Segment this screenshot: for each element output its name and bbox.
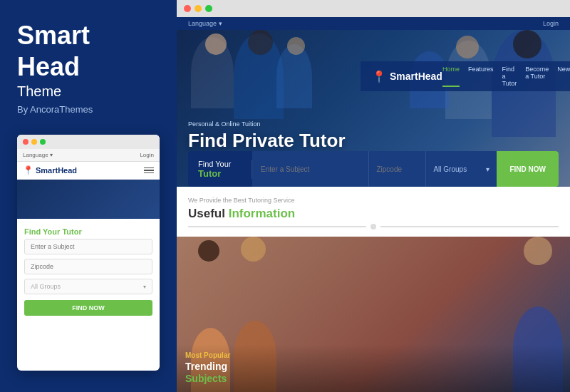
hero-title: Find Private Tutor: [188, 130, 346, 151]
info-information: Information: [229, 207, 296, 220]
hero-section: 📍 SmartHead Home Features Find a Tutor B…: [177, 30, 570, 187]
brand-subtitle: Theme: [17, 83, 160, 100]
divider-line-right: [380, 226, 559, 227]
main-dot-red: [184, 5, 191, 12]
brand-title-line1: Smart: [17, 21, 160, 50]
site-top-bar: Language ▾ Login: [177, 17, 570, 30]
main-browser-bar: [177, 0, 570, 17]
mini-nav: 📍 SmartHead: [17, 162, 160, 180]
mini-login[interactable]: Login: [140, 152, 154, 158]
card-trending-overlay: Most Popular Trending Subjects: [177, 344, 570, 392]
nav-link-become-tutor[interactable]: Become a Tutor: [525, 66, 549, 87]
mini-group-text: All Groups: [31, 283, 61, 290]
hero-text: Personal & Online Tuition Find Private T…: [188, 120, 346, 151]
info-title: Useful Information: [188, 207, 559, 221]
info-divider: [188, 224, 559, 229]
cards-row: Most Popular Trending Subjects: [177, 237, 570, 392]
site-nav: 📍 SmartHead Home Features Find a Tutor B…: [361, 61, 570, 91]
nav-link-home[interactable]: Home: [442, 66, 460, 87]
main-dot-yellow: [195, 5, 202, 12]
main-browser: Language ▾ Login: [177, 0, 570, 392]
mini-subject-input[interactable]: [24, 239, 152, 254]
mini-logo: 📍 SmartHead: [23, 165, 77, 175]
left-panel: Smart Head Theme By AncoraThemes Languag…: [0, 0, 177, 392]
info-section: We Provide the Best Tutoring Service Use…: [177, 187, 570, 237]
mini-tutor-text: Tutor: [62, 227, 81, 236]
search-group-select[interactable]: All Groups ▾: [425, 151, 497, 187]
mini-hero: [17, 180, 160, 219]
card-subjects-word: Subjects: [185, 373, 227, 384]
info-tag: We Provide the Best Tutoring Service: [188, 197, 559, 204]
nav-link-news[interactable]: News: [557, 66, 570, 87]
mini-select-arrow-icon: ▾: [143, 284, 146, 290]
divider-line-left: [188, 226, 366, 227]
mini-find-button[interactable]: FIND NOW: [24, 300, 152, 316]
search-bar-section: Find Your Tutor All Groups ▾ FIND NOW: [188, 151, 559, 187]
mini-hamburger-icon[interactable]: [144, 167, 154, 174]
search-subject-input[interactable]: [252, 151, 368, 187]
search-zipcode-input[interactable]: [368, 151, 425, 187]
search-bar: Find Your Tutor All Groups ▾ FIND NOW: [188, 151, 559, 187]
mini-dot-red: [23, 139, 28, 145]
card-trending-word: Trending: [185, 361, 227, 372]
mini-browser-mockup: Language ▾ Login 📍 SmartHead Find Your: [17, 135, 160, 371]
search-find-button[interactable]: FIND NOW: [497, 151, 559, 187]
site-logo: 📍 SmartHead: [372, 70, 442, 83]
site-logo-text: SmartHead: [390, 71, 442, 82]
hero-subtext: Personal & Online Tuition: [188, 120, 346, 128]
mini-browser-bar: [17, 135, 160, 149]
site-login[interactable]: Login: [543, 20, 559, 27]
search-select-arrow-icon: ▾: [486, 165, 489, 173]
mini-browser-content: Language ▾ Login 📍 SmartHead Find Your: [17, 149, 160, 324]
mini-select-row: All Groups ▾: [24, 279, 152, 294]
mini-find-label: Find Your Tutor: [24, 227, 152, 236]
main-browser-content: Language ▾ Login: [177, 17, 570, 392]
mini-group-select[interactable]: All Groups ▾: [24, 279, 152, 294]
card-trending-title: Trending Subjects: [185, 361, 561, 385]
mini-top-bar: Language ▾ Login: [17, 149, 160, 162]
mini-logo-pin-icon: 📍: [23, 165, 33, 175]
mini-dot-green: [40, 139, 46, 145]
card-trending-subjects: Most Popular Trending Subjects: [177, 237, 570, 392]
divider-dot: [370, 224, 376, 229]
site-language[interactable]: Language ▾: [188, 20, 222, 27]
brand-by: By AncoraThemes: [17, 104, 160, 115]
mini-find-text: Find Your: [24, 227, 60, 236]
brand-title-line2: Head: [17, 53, 160, 81]
mini-search-section: Find Your Tutor All Groups ▾ FIND NOW: [17, 219, 160, 324]
mini-logo-text: SmartHead: [36, 166, 77, 175]
search-find-text: Find Your: [198, 160, 242, 168]
mini-dot-yellow: [31, 139, 37, 145]
mini-language[interactable]: Language ▾: [23, 152, 53, 158]
main-dot-green: [205, 5, 212, 12]
card-trending-image: Most Popular Trending Subjects: [177, 237, 570, 392]
info-useful: Useful: [188, 207, 225, 220]
site-nav-links: Home Features Find a Tutor Become a Tuto…: [442, 66, 570, 87]
right-panel: Language ▾ Login: [177, 0, 570, 392]
nav-link-find-tutor[interactable]: Find a Tutor: [502, 66, 517, 87]
brand-name: Smart Head: [17, 21, 160, 83]
search-group-text: All Groups: [433, 165, 467, 173]
mini-zipcode-input[interactable]: [24, 259, 152, 274]
site-logo-pin-icon: 📍: [372, 70, 386, 83]
nav-link-features[interactable]: Features: [468, 66, 494, 87]
card-most-popular: Most Popular: [185, 351, 561, 359]
search-find-label: Find Your Tutor: [188, 160, 252, 179]
search-tutor-text: Tutor: [198, 168, 242, 179]
